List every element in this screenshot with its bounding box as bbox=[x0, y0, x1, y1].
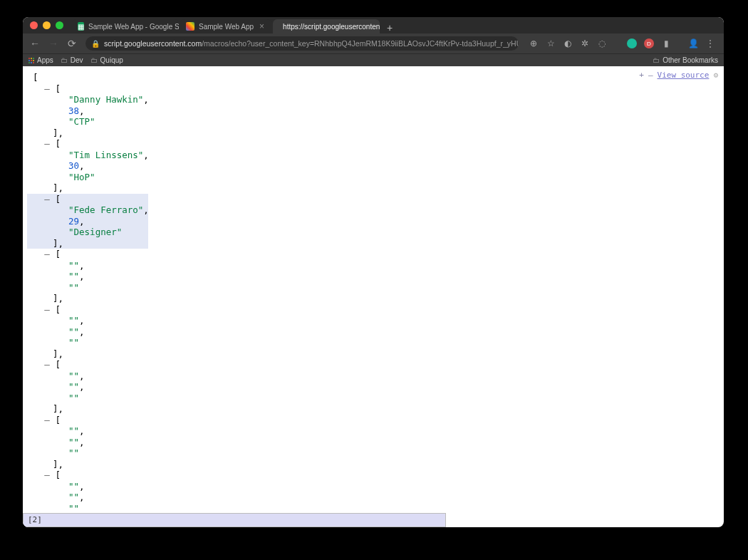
tab-title: Sample Web App bbox=[199, 23, 254, 31]
lock-icon: 🔒 bbox=[91, 40, 100, 48]
json-viewer-tools: + – View source ⚙ bbox=[636, 69, 721, 82]
collapse-all-button[interactable]: – bbox=[648, 70, 653, 81]
bookmark-label: Dev bbox=[71, 56, 83, 64]
status-bar: [2] bbox=[23, 513, 446, 527]
json-viewer[interactable]: [– ["Danny Hawkin",38,"CTP"],– ["Tim Lin… bbox=[23, 66, 724, 513]
bookmark-folder-dev[interactable]: 🗀 Dev bbox=[61, 56, 83, 64]
tab-title: Sample Web App - Google Shee bbox=[88, 23, 179, 31]
maximize-window-button[interactable] bbox=[56, 21, 63, 29]
toolbar: ← → ⟳ 🔒 script.googleusercontent.com/mac… bbox=[23, 33, 724, 53]
address-bar[interactable]: 🔒 script.googleusercontent.com/macros/ec… bbox=[85, 36, 519, 51]
bookmark-label: Other Bookmarks bbox=[663, 56, 718, 64]
tab-2[interactable]: https://script.googleusercontent × bbox=[273, 19, 380, 33]
url-domain: script.googleusercontent.com bbox=[104, 39, 202, 48]
folder-icon: 🗀 bbox=[61, 56, 68, 64]
tab-1[interactable]: Sample Web App × bbox=[180, 19, 271, 33]
gear-icon[interactable]: ⚙ bbox=[713, 70, 718, 81]
titlebar: ▦ Sample Web App - Google Shee × Sample … bbox=[23, 17, 724, 33]
apps-label: Apps bbox=[37, 56, 53, 64]
bookmark-folder-quiqup[interactable]: 🗀 Quiqup bbox=[90, 56, 123, 64]
url-path: /macros/echo?user_content_key=RNhbhpQ4Je… bbox=[202, 39, 519, 48]
new-tab-button[interactable]: + bbox=[381, 22, 398, 33]
browser-window: ▦ Sample Web App - Google Shee × Sample … bbox=[23, 17, 724, 527]
zoom-icon[interactable]: ⊕ bbox=[529, 38, 539, 48]
extension-icon[interactable]: ◌ bbox=[597, 38, 607, 48]
minimize-window-button[interactable] bbox=[43, 21, 51, 29]
star-icon[interactable]: ☆ bbox=[546, 38, 556, 48]
close-icon[interactable]: × bbox=[258, 21, 266, 31]
profile-icon[interactable]: 👤 bbox=[688, 38, 698, 48]
extension-icon[interactable]: ✲ bbox=[580, 38, 590, 48]
window-controls bbox=[30, 21, 63, 29]
page-content[interactable]: + – View source ⚙ [– ["Danny Hawkin",38,… bbox=[23, 66, 724, 513]
view-source-link[interactable]: View source bbox=[658, 70, 710, 81]
tab-0[interactable]: ▦ Sample Web App - Google Shee × bbox=[72, 19, 179, 33]
extension-icon[interactable]: ◐ bbox=[563, 38, 573, 48]
tab-title: https://script.googleusercontent bbox=[283, 23, 380, 31]
status-text: [2] bbox=[28, 515, 42, 524]
bookmarks-bar: Apps 🗀 Dev 🗀 Quiqup 🗀 Other Bookmarks bbox=[23, 53, 724, 66]
tab-strip: ▦ Sample Web App - Google Shee × Sample … bbox=[72, 17, 398, 33]
apps-icon bbox=[28, 58, 34, 63]
other-bookmarks[interactable]: 🗀 Other Bookmarks bbox=[653, 56, 718, 64]
sheets-icon: ▦ bbox=[78, 22, 84, 31]
apps-button[interactable]: Apps bbox=[28, 56, 53, 64]
extension-icon[interactable]: ▮ bbox=[661, 38, 671, 48]
back-button[interactable]: ← bbox=[27, 36, 43, 51]
folder-icon: 🗀 bbox=[653, 56, 660, 64]
expand-all-button[interactable]: + bbox=[639, 70, 644, 81]
extension-icon[interactable] bbox=[627, 38, 637, 48]
extension-icon[interactable]: D bbox=[644, 38, 654, 48]
reload-button[interactable]: ⟳ bbox=[64, 36, 80, 51]
toolbar-right-icons: ⊕ ☆ ◐ ✲ ◌ D ▮ 👤 ⋮ bbox=[524, 38, 720, 48]
folder-icon: 🗀 bbox=[90, 56, 98, 64]
close-window-button[interactable] bbox=[30, 21, 38, 29]
menu-icon[interactable]: ⋮ bbox=[705, 38, 715, 48]
bookmark-label: Quiqup bbox=[100, 56, 123, 64]
forward-button[interactable]: → bbox=[46, 36, 61, 51]
appsscript-icon bbox=[186, 22, 194, 31]
